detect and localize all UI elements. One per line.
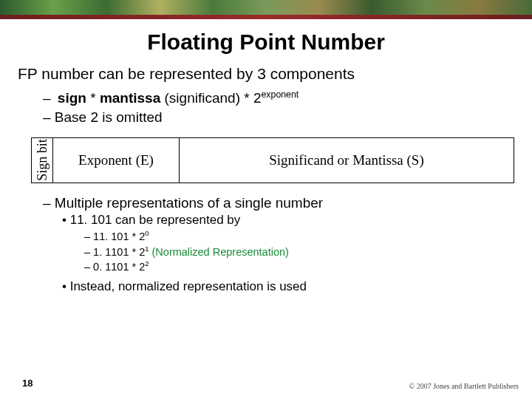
formula-star1: * <box>86 90 100 106</box>
ex3-pre: – 0. 1101 * 2 <box>84 261 145 273</box>
slide-body: Floating Point Number FP number can be r… <box>0 15 532 296</box>
formula-exponent: exponent <box>261 89 299 100</box>
ex3-sup: 2 <box>145 259 149 267</box>
main-statement: FP number can be represented by 3 compon… <box>18 65 514 83</box>
sign-bit-cell: Sign bit <box>31 137 53 183</box>
sign-bit-label: Sign bit <box>35 139 50 181</box>
decorative-header-strip <box>0 0 532 15</box>
ex1-pre: – 11. 101 * 2 <box>84 231 145 242</box>
example-3: – 0. 1101 * 22 <box>84 259 514 274</box>
formula-mantissa: mantissa <box>100 90 160 106</box>
copyright-text: © 2007 Jones and Bartlett Publishers <box>409 382 519 390</box>
ex1-sup: 0 <box>145 229 149 237</box>
page-number: 18 <box>22 378 33 389</box>
significand-cell: Significand or Mantissa (S) <box>180 137 514 183</box>
example-1: – 11. 101 * 20 <box>84 229 514 244</box>
formula-sign: sign <box>58 90 86 106</box>
ex2-post: (Normalized Representation) <box>149 245 288 257</box>
example-2: – 1. 1101 * 21 (Normalized Representatio… <box>84 245 514 259</box>
formula-line: – sign * mantissa (significand) * 2expon… <box>43 89 514 108</box>
fp-layout-diagram: Sign bit Exponent (E) Significand or Man… <box>31 137 514 183</box>
instead-line: • Instead, normalized representation is … <box>62 279 514 296</box>
dash: – <box>43 90 55 106</box>
example-intro: • 11. 101 can be represented by <box>62 212 514 229</box>
formula-paren: (significand) * 2 <box>160 90 261 106</box>
multiple-representations-line: – Multiple representations of a single n… <box>43 194 514 213</box>
ex2-pre: – 1. 1101 * 2 <box>84 245 145 257</box>
exponent-cell: Exponent (E) <box>53 137 180 183</box>
base-omitted-line: – Base 2 is omitted <box>43 108 514 127</box>
slide-title: Floating Point Number <box>18 30 514 55</box>
